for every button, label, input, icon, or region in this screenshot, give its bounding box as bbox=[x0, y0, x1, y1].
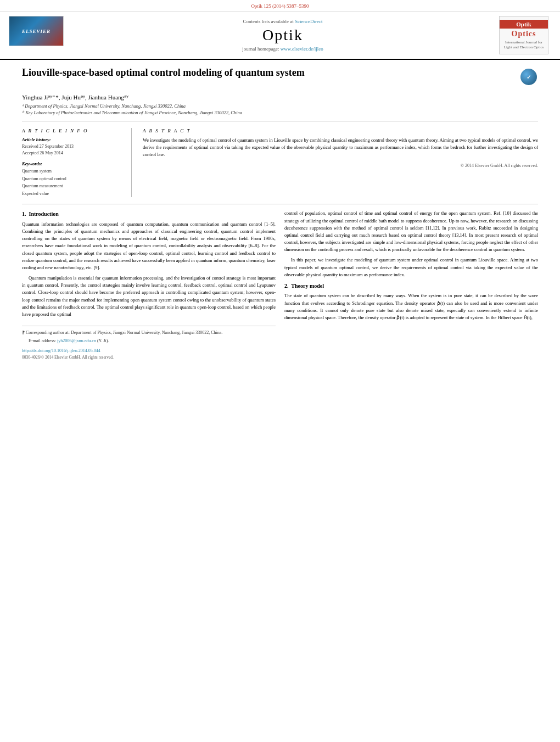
article-info-heading: A R T I C L E I N F O bbox=[22, 128, 125, 133]
journal-title-area: Contents lists available at ScienceDirec… bbox=[75, 16, 491, 54]
intro-para-1: Quantum information technologies are com… bbox=[22, 221, 276, 271]
abstract-column: A B S T R A C T We investigate the model… bbox=[143, 128, 538, 197]
contents-available-line: Contents lists available at ScienceDirec… bbox=[243, 19, 323, 24]
keyword-2: Quantum optimal control bbox=[22, 175, 125, 183]
optik-logo-label-middle: Optics bbox=[512, 29, 536, 40]
copyright-line: © 2014 Elsevier GmbH. All rights reserve… bbox=[143, 163, 538, 168]
accepted-date: Accepted 26 May 2014 bbox=[22, 150, 125, 157]
article-info-column: A R T I C L E I N F O Article history: R… bbox=[22, 128, 132, 197]
abstract-heading: A B S T R A C T bbox=[143, 128, 538, 133]
elsevier-logo: ELSEVIER bbox=[9, 16, 64, 46]
body-left-column: 1. Introduction Quantum information tech… bbox=[22, 210, 276, 360]
crossmark-badge[interactable]: ✓ bbox=[520, 69, 538, 86]
optik-logo-area: Optik Optics International Journal for L… bbox=[496, 16, 551, 54]
authors-line: Yinghua Jiᵃʸ⁼*, Juju Huᵃʸ, Jianhua Huang… bbox=[22, 94, 538, 101]
optik-logo-description: International Journal for Light and Elec… bbox=[500, 40, 548, 51]
paper-title: Liouville-space-based optimal control mo… bbox=[22, 66, 515, 79]
intro-para-2: Quantum manipulation is essential for qu… bbox=[22, 275, 276, 318]
paper-title-section: Liouville-space-based optimal control mo… bbox=[22, 66, 538, 91]
intro-section-title: Introduction bbox=[29, 211, 59, 217]
publisher-logo-area: ELSEVIER bbox=[9, 16, 69, 54]
journal-citation-bar: Optik 125 (2014) 5387–5390 bbox=[0, 0, 560, 12]
body-right-column: control of population, optimal control o… bbox=[284, 210, 538, 360]
main-body: 1. Introduction Quantum information tech… bbox=[22, 210, 538, 360]
theory-model-section: 2. Theory model The state of quantum sys… bbox=[284, 282, 538, 321]
affiliations-section: ᵃ Department of Physics, Jiangxi Normal … bbox=[22, 103, 538, 115]
email-link[interactable]: jyh2006@jxnu.edu.cn bbox=[57, 338, 96, 343]
journal-citation: Optik 125 (2014) 5387–5390 bbox=[251, 3, 309, 9]
corresponding-author-note: ⁋ Corresponding author at: Department of… bbox=[22, 330, 276, 336]
keywords-label: Keywords: bbox=[22, 161, 125, 166]
right-para-1: control of population, optimal control o… bbox=[284, 210, 538, 253]
journal-header: ELSEVIER Contents lists available at Sci… bbox=[0, 12, 560, 60]
divider-after-affiliations bbox=[22, 121, 538, 121]
journal-name-title: Optik bbox=[262, 26, 303, 44]
author-names: Yinghua Jiᵃʸ⁼*, Juju Huᵃʸ, Jianhua Huang… bbox=[22, 94, 128, 101]
doi-link[interactable]: http://dx.doi.org/10.1016/j.ijleo.2014.0… bbox=[22, 348, 276, 354]
received-date: Received 27 September 2013 bbox=[22, 143, 125, 150]
optik-logo-label-top: Optik bbox=[500, 20, 548, 29]
affiliation-b: ᵇ Key Laboratory of Photoelectronics and… bbox=[22, 110, 538, 115]
doi-url[interactable]: http://dx.doi.org/10.1016/j.ijleo.2014.0… bbox=[22, 348, 100, 353]
journal-homepage-link[interactable]: www.elsevier.de/ijleo bbox=[281, 46, 323, 52]
email-suffix: (Y. Ji). bbox=[97, 338, 109, 343]
email-label: E-mail address: bbox=[29, 338, 56, 343]
optik-logo-box: Optik Optics International Journal for L… bbox=[499, 16, 548, 54]
article-meta-row: A R T I C L E I N F O Article history: R… bbox=[22, 126, 538, 197]
sciencedirect-link[interactable]: ScienceDirect bbox=[295, 19, 322, 24]
affiliation-a: ᵃ Department of Physics, Jiangxi Normal … bbox=[22, 103, 538, 109]
crossmark-icon: ✓ bbox=[520, 69, 537, 85]
intro-section-num: 1. bbox=[22, 211, 26, 217]
keywords-list: Quantum system Quantum optimal control Q… bbox=[22, 168, 125, 197]
theory-model-heading: 2. Theory model bbox=[284, 282, 538, 291]
theory-section-title: Theory model bbox=[291, 283, 324, 289]
introduction-section: 1. Introduction Quantum information tech… bbox=[22, 210, 276, 318]
article-dates: Received 27 September 2013 Accepted 26 M… bbox=[22, 143, 125, 157]
article-history-label: Article history: bbox=[22, 137, 125, 142]
footnotes-section: ⁋ Corresponding author at: Department of… bbox=[22, 326, 276, 360]
email-note: E-mail address: jyh2006@jxnu.edu.cn (Y. … bbox=[22, 338, 276, 344]
paper-content: Liouville-space-based optimal control mo… bbox=[0, 60, 560, 371]
abstract-text: We investigate the modeling of optimal c… bbox=[143, 137, 538, 159]
theory-section-num: 2. bbox=[284, 283, 289, 289]
theory-para-1: The state of quantum system can be descr… bbox=[284, 292, 538, 321]
keyword-3: Quantum measurement bbox=[22, 182, 125, 190]
introduction-heading: 1. Introduction bbox=[22, 210, 276, 219]
journal-homepage-line: journal homepage: www.elsevier.de/ijleo bbox=[242, 46, 323, 52]
divider-below-abstract bbox=[22, 204, 538, 204]
right-para-2: In this paper, we investigate the modeli… bbox=[284, 256, 538, 278]
keyword-1: Quantum system bbox=[22, 168, 125, 175]
keyword-4: Expected value bbox=[22, 190, 125, 198]
issn-line: 0030-4026/© 2014 Elsevier GmbH. All righ… bbox=[22, 354, 276, 360]
